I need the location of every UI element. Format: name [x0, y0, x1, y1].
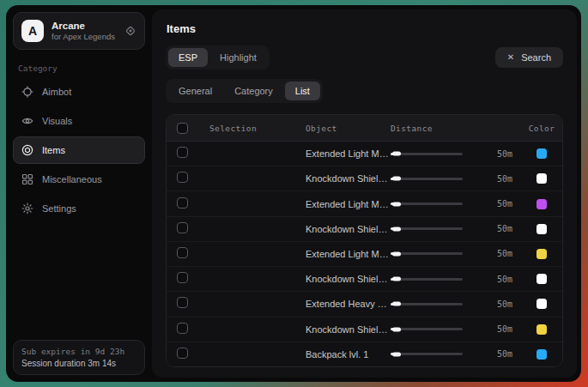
tab-highlight[interactable]: Highlight [209, 48, 267, 67]
color-swatch[interactable] [536, 349, 547, 360]
app-badge-icon[interactable] [124, 25, 136, 37]
row-checkbox[interactable] [177, 323, 188, 334]
row-distance-cell: 50m [391, 199, 521, 209]
row-color-cell [521, 349, 562, 360]
row-checkbox[interactable] [177, 247, 188, 258]
sidebar-item-label: Aimbot [42, 87, 71, 97]
row-checkbox[interactable] [177, 197, 188, 209]
color-swatch[interactable] [536, 148, 547, 159]
table-row: Knockdown Shield lvl. 4 50m [167, 317, 562, 342]
items-table: Selection Object Distance Color Extended… [166, 114, 563, 367]
sidebar-item-label: Items [42, 145, 65, 155]
row-checkbox-cell [177, 296, 209, 311]
table-row: Knockdown Shield lvl. 3 50m [167, 267, 562, 292]
distance-value: 50m [497, 324, 521, 334]
box-icon [21, 144, 33, 156]
sidebar-item-label: Settings [42, 203, 76, 214]
row-checkbox-cell [177, 171, 209, 186]
search-button-label: Search [521, 52, 551, 63]
row-checkbox-cell [177, 246, 209, 262]
distance-slider[interactable] [391, 178, 463, 180]
header-color: Color [521, 124, 562, 133]
row-checkbox[interactable] [177, 222, 188, 233]
row-object-name: Extended Light Mag Level 4 [306, 249, 391, 259]
color-swatch[interactable] [536, 199, 547, 209]
app-window: A Arcane for Apex Legends Category Aimbo… [6, 5, 581, 382]
header-selection: Selection [209, 124, 306, 133]
row-distance-cell: 50m [391, 275, 521, 284]
table-row: Extended Heavy Mag Level 1 50m [167, 292, 562, 317]
slider-knob[interactable] [392, 302, 401, 306]
distance-value: 50m [497, 249, 521, 258]
color-swatch[interactable] [536, 224, 547, 234]
table-header: Selection Object Distance Color [167, 115, 562, 142]
row-checkbox[interactable] [177, 147, 188, 158]
sidebar-item-label: Miscellaneous [42, 174, 102, 184]
distance-slider[interactable] [391, 303, 463, 305]
distance-value: 50m [497, 349, 521, 359]
distance-slider[interactable] [391, 252, 463, 255]
sidebar-item-label: Visuals [42, 116, 72, 126]
slider-knob[interactable] [392, 152, 401, 156]
row-color-cell [521, 274, 562, 284]
slider-knob[interactable] [392, 227, 401, 231]
app-header-card: A Arcane for Apex Legends [13, 12, 145, 50]
row-color-cell [521, 199, 562, 209]
main-panel: Items ESP Highlight ✕ Search General Cat… [152, 9, 577, 378]
row-distance-cell: 50m [391, 349, 521, 359]
header-distance: Distance [391, 124, 521, 133]
sidebar-item-miscellaneous[interactable]: Miscellaneous [13, 166, 145, 193]
sidebar-item-visuals[interactable]: Visuals [13, 107, 145, 135]
color-swatch[interactable] [536, 249, 547, 259]
row-checkbox-cell [177, 271, 209, 287]
row-checkbox[interactable] [177, 297, 188, 308]
distance-slider[interactable] [391, 227, 463, 230]
row-distance-cell: 50m [391, 299, 521, 309]
app-meta: Arcane for Apex Legends [52, 20, 117, 42]
row-checkbox[interactable] [177, 172, 188, 183]
row-color-cell [521, 224, 562, 234]
sidebar-item-items[interactable]: Items [13, 136, 145, 164]
distance-slider[interactable] [391, 328, 463, 330]
slider-knob[interactable] [392, 277, 401, 281]
slider-knob[interactable] [392, 202, 401, 206]
tab-general[interactable]: General [168, 82, 222, 100]
row-color-cell [521, 173, 562, 184]
session-duration-text: Session duration 3m 14s [21, 359, 136, 368]
row-checkbox-cell [177, 197, 209, 212]
sidebar-item-aimbot[interactable]: Aimbot [13, 78, 145, 106]
row-checkbox[interactable] [177, 272, 188, 283]
tab-esp[interactable]: ESP [168, 48, 208, 67]
color-swatch[interactable] [536, 274, 547, 284]
tab-list[interactable]: List [285, 82, 320, 100]
row-distance-cell: 50m [391, 224, 521, 233]
search-button[interactable]: ✕ Search [495, 47, 563, 68]
color-swatch[interactable] [536, 173, 547, 184]
color-swatch[interactable] [536, 324, 547, 335]
select-all-checkbox[interactable] [177, 123, 188, 134]
row-checkbox[interactable] [177, 348, 188, 359]
distance-value: 50m [497, 149, 521, 159]
sidebar-item-settings[interactable]: Settings [13, 195, 145, 222]
grid-icon [21, 173, 33, 185]
tab-category[interactable]: Category [224, 82, 283, 100]
mode-tabs-row: ESP Highlight ✕ Search [166, 45, 563, 70]
view-tabs: General Category List [166, 79, 323, 103]
distance-value: 50m [497, 199, 521, 209]
search-icon: ✕ [507, 53, 514, 62]
view-tabs-row: General Category List [166, 79, 563, 103]
color-swatch[interactable] [536, 299, 547, 309]
slider-knob[interactable] [392, 251, 401, 256]
distance-value: 50m [497, 299, 521, 309]
slider-knob[interactable] [392, 327, 401, 331]
distance-slider[interactable] [391, 278, 463, 281]
header-checkbox-cell [177, 123, 209, 134]
table-row: Extended Light Mag Level 3 50m [167, 191, 562, 216]
distance-slider[interactable] [391, 153, 463, 155]
slider-knob[interactable] [392, 352, 401, 356]
distance-slider[interactable] [391, 353, 463, 355]
row-distance-cell: 50m [391, 149, 521, 159]
slider-knob[interactable] [392, 177, 401, 181]
distance-slider[interactable] [391, 203, 463, 205]
table-row: Backpack lvl. 1 50m [167, 342, 562, 366]
